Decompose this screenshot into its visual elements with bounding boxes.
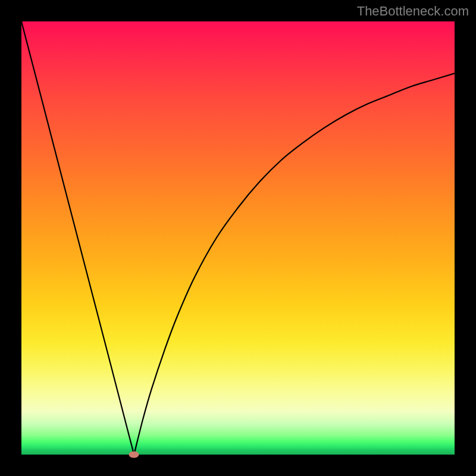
chart-frame: TheBottleneck.com bbox=[0, 0, 476, 476]
watermark-text: TheBottleneck.com bbox=[357, 4, 469, 19]
minimum-marker bbox=[129, 452, 139, 458]
bottleneck-curve bbox=[21, 21, 455, 455]
curve-path bbox=[21, 21, 455, 455]
plot-area bbox=[21, 21, 455, 455]
